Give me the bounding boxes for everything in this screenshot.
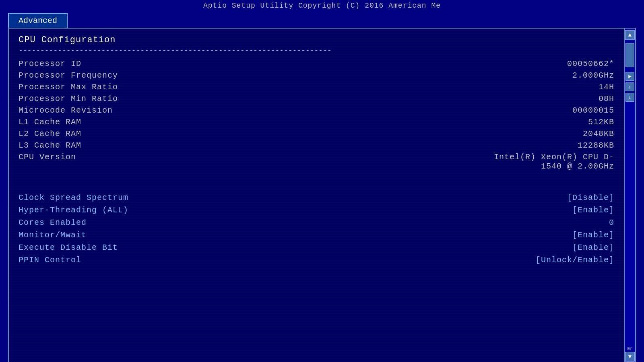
value-cpu-version: Intel(R) Xeon(R) CPU D- 1540 @ 2.00GHz — [453, 152, 614, 171]
info-row-l1: L1 Cache RAM 512KB — [19, 116, 614, 128]
value-min-ratio: 08H — [453, 94, 614, 103]
scrollbar-down-arrow[interactable]: ▼ — [625, 352, 635, 362]
info-row-l3: L3 Cache RAM 12288KB — [19, 140, 614, 151]
info-row-min-ratio: Processor Min Ratio 08H — [19, 93, 614, 105]
main-content: CPU Configuration ----------------------… — [8, 28, 636, 362]
value-execute-disable: [Enable] — [453, 243, 614, 252]
label-cores: Cores Enabled — [19, 218, 180, 227]
label-l3: L3 Cache RAM — [19, 141, 180, 150]
section-divider: ----------------------------------------… — [19, 47, 614, 55]
info-row-max-ratio: Processor Max Ratio 14H — [19, 81, 614, 93]
value-processor-id: 00050662* — [453, 59, 614, 68]
label-max-ratio: Processor Max Ratio — [19, 82, 180, 92]
scrollbar-up2-btn[interactable]: ↑ — [625, 82, 634, 91]
label-processor-freq: Processor Frequency — [19, 71, 180, 80]
label-l2: L2 Cache RAM — [19, 129, 180, 138]
label-min-ratio: Processor Min Ratio — [19, 94, 180, 103]
value-max-ratio: 14H — [453, 82, 614, 92]
value-l2: 2048KB — [453, 129, 614, 138]
header-bar: Aptio Setup Utility Copyright (C) 2016 A… — [0, 0, 644, 11]
value-clock-spread: [Disable] — [453, 193, 614, 202]
scrollbar: ▲ ► ↑ ↓ Er ▼ — [624, 29, 635, 362]
info-row-microcode: Microcode Revision 00000015 — [19, 105, 614, 116]
value-hyperthreading: [Enable] — [453, 206, 614, 215]
info-row-processor-freq: Processor Frequency 2.000GHz — [19, 70, 614, 81]
spacer1 — [19, 172, 614, 182]
config-row-execute-disable[interactable]: Execute Disable Bit [Enable] — [19, 241, 614, 254]
tab-row: Advanced — [0, 13, 644, 28]
content-wrapper: CPU Configuration ----------------------… — [19, 35, 614, 266]
header-title: Aptio Setup Utility Copyright (C) 2016 A… — [203, 2, 441, 10]
label-microcode: Microcode Revision — [19, 106, 180, 115]
value-l1: 512KB — [453, 117, 614, 127]
label-cpu-version: CPU Version — [19, 152, 180, 162]
label-ppin: PPIN Control — [19, 255, 180, 265]
info-row-cpu-version: CPU Version Intel(R) Xeon(R) CPU D- 1540… — [19, 151, 614, 172]
label-hyperthreading: Hyper-Threading (ALL) — [19, 206, 180, 215]
tab-advanced[interactable]: Advanced — [8, 13, 68, 28]
scrollbar-right-btn[interactable]: ► — [625, 72, 634, 81]
value-microcode: 00000015 — [453, 106, 614, 115]
scrollbar-up-arrow[interactable]: ▲ — [625, 30, 635, 40]
inner-panel: CPU Configuration ----------------------… — [9, 29, 624, 362]
scrollbar-er-label: Er — [627, 346, 632, 351]
info-row-processor-id: Processor ID 00050662* — [19, 58, 614, 70]
value-ppin: [Unlock/Enable] — [453, 255, 614, 265]
config-row-clock[interactable]: Clock Spread Spectrum [Disable] — [19, 191, 614, 204]
label-clock-spread: Clock Spread Spectrum — [19, 193, 180, 202]
config-row-cores[interactable]: Cores Enabled 0 — [19, 216, 614, 229]
config-row-monitor[interactable]: Monitor/Mwait [Enable] — [19, 229, 614, 241]
value-monitor: [Enable] — [453, 230, 614, 240]
label-processor-id: Processor ID — [19, 59, 180, 68]
label-execute-disable: Execute Disable Bit — [19, 243, 180, 252]
label-l1: L1 Cache RAM — [19, 117, 180, 127]
label-monitor: Monitor/Mwait — [19, 230, 180, 240]
value-processor-freq: 2.000GHz — [453, 71, 614, 80]
config-row-ppin[interactable]: PPIN Control [Unlock/Enable] — [19, 254, 614, 266]
config-row-hyperthreading[interactable]: Hyper-Threading (ALL) [Enable] — [19, 204, 614, 216]
value-cores: 0 — [453, 218, 614, 227]
value-l3: 12288KB — [453, 141, 614, 150]
spacer2 — [19, 182, 614, 191]
section-title: CPU Configuration — [19, 35, 614, 45]
scrollbar-down2-btn[interactable]: ↓ — [625, 93, 634, 102]
scrollbar-thumb[interactable] — [625, 43, 634, 67]
info-row-l2: L2 Cache RAM 2048KB — [19, 128, 614, 140]
